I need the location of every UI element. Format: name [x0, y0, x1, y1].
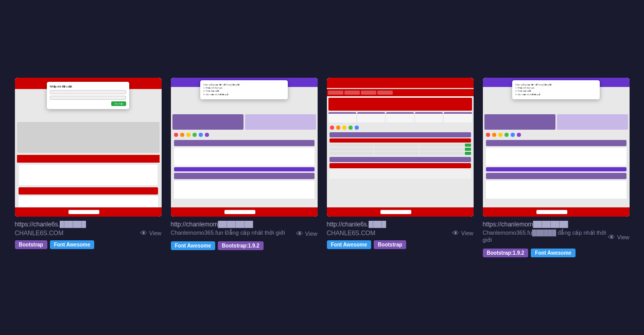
- eye-icon-2: 👁: [296, 230, 303, 238]
- card-3-view-label: View: [461, 230, 474, 236]
- card-4-info: https://chanlemom████████ Chanlemomo365.…: [483, 217, 630, 258]
- card-1-info: https://chanle6s.██████ CHANLE6S.COM 👁 V…: [15, 217, 162, 249]
- card-1-tag-fontawesome[interactable]: Font Awesome: [50, 240, 95, 249]
- card-1-thumbnail[interactable]: Nhập mã đặt cược Xác nhận: [15, 78, 162, 217]
- card-1-tags: Bootstrap Font Awesome: [15, 240, 162, 249]
- card-3-title-row: CHANLE6S.COM 👁 View: [327, 229, 474, 237]
- card-4-title-row: Chanlemomo365.fu██████ đẳng cấp nhất thờ…: [483, 229, 630, 246]
- card-3-tag-bootstrap[interactable]: Bootstrap: [374, 240, 406, 249]
- card-3-tags: Font Awesome Bootstrap: [327, 240, 474, 249]
- card-1: Nhập mã đặt cược Xác nhận: [15, 78, 162, 249]
- card-2-thumbnail[interactable]: Chào mừng bạn đến với Trang Đặt cược 1. …: [171, 78, 318, 217]
- card-2-description: Chanlemomo365.fun Đẳng cấp nhất thời giớ…: [171, 229, 285, 236]
- card-2-view-button[interactable]: 👁 View: [296, 230, 318, 238]
- card-1-tag-bootstrap[interactable]: Bootstrap: [15, 240, 47, 249]
- card-1-url: https://chanle6s.██████: [15, 221, 162, 228]
- eye-icon-4: 👁: [608, 233, 615, 241]
- card-3: http://chanle6s.████ CHANLE6S.COM 👁 View…: [327, 78, 474, 249]
- card-3-thumbnail[interactable]: [327, 78, 474, 217]
- card-4: Chào mừng bạn đến với Trang Đặt cược 1. …: [483, 78, 630, 258]
- gallery-container: Nhập mã đặt cược Xác nhận: [15, 78, 630, 258]
- card-4-description: Chanlemomo365.fu██████ đẳng cấp nhất thờ…: [483, 229, 608, 244]
- card-3-site-name: CHANLE6S.COM: [327, 230, 376, 237]
- card-2-tag-bootstrap[interactable]: Bootstrap:1.9.2: [218, 241, 264, 250]
- card-2: Chào mừng bạn đến với Trang Đặt cược 1. …: [171, 78, 318, 250]
- eye-icon-3: 👁: [452, 229, 459, 237]
- card-3-tag-fontawesome[interactable]: Font Awesome: [327, 240, 372, 249]
- card-4-tags: Bootstrap:1.9.2 Font Awesome: [483, 249, 630, 257]
- card-2-tag-fontawesome[interactable]: Font Awesome: [171, 241, 216, 250]
- card-1-view-button[interactable]: 👁 View: [140, 229, 162, 237]
- card-1-site-name: CHANLE6S.COM: [15, 230, 64, 237]
- eye-icon: 👁: [140, 229, 147, 237]
- card-2-title-row: Chanlemomo365.fun Đẳng cấp nhất thời giớ…: [171, 229, 318, 238]
- card-2-url: http://chanlemom████████: [171, 221, 318, 228]
- card-1-view-label: View: [149, 230, 162, 236]
- card-4-tag-bootstrap[interactable]: Bootstrap:1.9.2: [483, 249, 529, 257]
- card-3-url: http://chanle6s.████: [327, 221, 474, 228]
- card-3-view-button[interactable]: 👁 View: [452, 229, 474, 237]
- card-1-title-row: CHANLE6S.COM 👁 View: [15, 229, 162, 237]
- card-4-view-label: View: [617, 234, 630, 240]
- card-4-view-button[interactable]: 👁 View: [608, 233, 630, 241]
- card-2-view-label: View: [305, 231, 318, 237]
- card-2-tags: Font Awesome Bootstrap:1.9.2: [171, 241, 318, 250]
- card-4-thumbnail[interactable]: Chào mừng bạn đến với Trang Đặt cược 1. …: [483, 78, 630, 217]
- card-4-url: https://chanlemom████████: [483, 221, 630, 228]
- card-4-tag-fontawesome[interactable]: Font Awesome: [531, 249, 576, 257]
- card-3-info: http://chanle6s.████ CHANLE6S.COM 👁 View…: [327, 217, 474, 249]
- card-2-info: http://chanlemom████████ Chanlemomo365.f…: [171, 217, 318, 250]
